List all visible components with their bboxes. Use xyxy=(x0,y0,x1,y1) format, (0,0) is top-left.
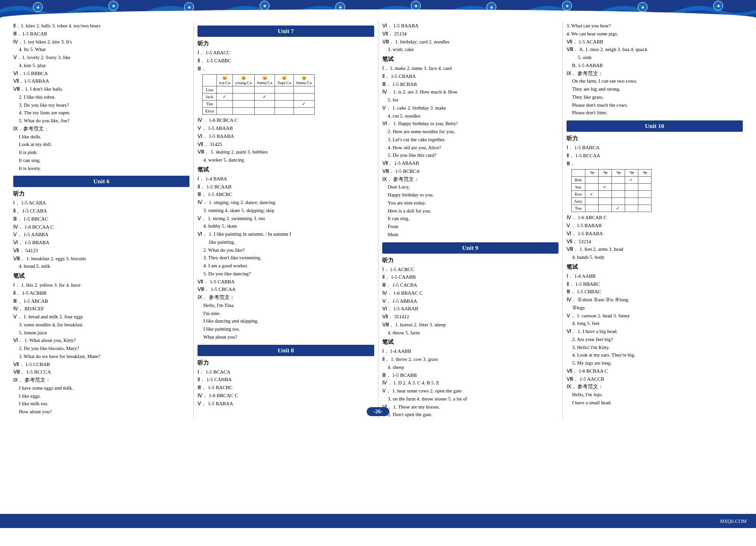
line: I have a small head. xyxy=(567,399,743,407)
line: Ⅶ．1-5 ABBAA xyxy=(13,77,189,85)
table-cell xyxy=(625,184,638,191)
line: Ⅴ． 1-5 BABAB xyxy=(567,222,743,230)
line: Ⅸ． 参考范文： xyxy=(198,294,374,301)
table-cell: Amy xyxy=(571,198,585,205)
line: Ⅴ． 1. strong 2. swimming 3. too xyxy=(198,215,374,222)
table-cell: ✓ xyxy=(216,94,232,101)
line: Ⅸ．参考范文： xyxy=(13,125,189,133)
line: I'm nine. xyxy=(198,310,374,317)
unit-6-listening: Ⅰ． 1-5 ACABA Ⅱ． 1-5 CCABA Ⅲ． 1-5 BBCAC Ⅳ… xyxy=(13,199,189,270)
line: It can sing. xyxy=(13,157,189,164)
unit-10-table: 🐄 🐄 🐄 🐄 🐄 Bob ✓ xyxy=(571,169,652,212)
line: Ⅰ． 1-4 AABB xyxy=(382,348,558,355)
line: You are nine today. xyxy=(382,199,558,207)
line: Ⅳ． 1. singing; sing 2. dance; dancing xyxy=(198,199,374,206)
line: Ⅶ． 351412 xyxy=(382,313,558,321)
line: Ⅶ． 1-6 BCBAA C xyxy=(567,367,743,375)
unit-8-writing-title: 笔试 xyxy=(382,55,558,63)
line: Ⅴ． 1. hear some cows 2. open the gate xyxy=(382,387,558,395)
line: I like eggs. xyxy=(13,392,189,400)
line: Ⅳ． 1. is 2. are 3. How much 4. How xyxy=(382,88,558,96)
line: Ⅵ． 1. I like painting in autumn. / In au… xyxy=(198,230,374,238)
unit-9-header: Unit 9 xyxy=(382,242,558,254)
table-cell xyxy=(275,86,294,94)
line: 5. What do you like, Joe? xyxy=(13,117,189,125)
line: Ⅳ． 1-6 ABCAB C xyxy=(567,214,743,222)
line: Ⅵ．1-5 BBBCA xyxy=(13,70,189,77)
line: B. 1-5 AABAB xyxy=(567,62,743,69)
line: Ⅴ． 1. bread and milk 2. four eggs xyxy=(13,313,189,321)
line: 4. I am a good worker. xyxy=(198,262,374,270)
table-cell xyxy=(254,86,275,94)
line: Ⅷ． 1. horses 2. litter 3. sheep xyxy=(382,321,558,329)
line: How about you? xyxy=(13,408,189,416)
line: 2. I like this robot. xyxy=(13,94,189,101)
line: Ⅲ． 1-5 BCBAB xyxy=(382,81,558,88)
table-cell: 🐱Supr.Ca xyxy=(275,75,294,86)
table-cell: ✓ xyxy=(611,205,625,212)
line: 3. Hello! I'm Kitty. xyxy=(567,344,743,351)
unit-9-listening-title: 听力 xyxy=(382,256,558,264)
line: Ⅸ． 参考范文： xyxy=(13,376,189,384)
table-cell xyxy=(598,191,611,198)
table-cell xyxy=(275,108,294,115)
line: Ⅱ． 1-5 CAABB xyxy=(382,273,558,281)
svg-text:★: ★ xyxy=(716,3,721,9)
unit-7-table: 🐱toy.Ca 🐱young.Ca 🐱funny.Ca 🐱Supr.Ca 🐱fu… xyxy=(202,74,315,115)
line: Ⅰ． 1. make 2. name 3. face 4. card xyxy=(382,65,558,72)
line: Ⅸ． 参考范文： xyxy=(382,176,558,183)
line: 4. long 5. feet xyxy=(567,320,743,327)
line: 5. My legs are long. xyxy=(567,359,743,367)
line: I like dancing and skipping. xyxy=(198,317,374,325)
page-number: -26- xyxy=(367,407,389,416)
line: Ⅵ． 1. I have a big head. xyxy=(567,328,743,335)
table-cell xyxy=(254,108,275,115)
line: Ⅰ． 1. this 2. yellow 3. for 4. have xyxy=(13,282,189,289)
table-cell: 🐄 xyxy=(638,170,651,177)
unit-9-writing: Ⅰ． 1-4 AABB Ⅱ． 1. throw 2. cow 3. grass … xyxy=(382,348,558,418)
svg-text:★: ★ xyxy=(641,5,645,10)
table-cell: ✓ xyxy=(598,184,611,191)
table-cell: Lisa xyxy=(203,86,217,94)
table-cell xyxy=(611,184,625,191)
table-cell xyxy=(294,86,315,94)
line: Mum xyxy=(382,231,558,239)
watermark: MXQ6.COM xyxy=(720,518,747,524)
continuation-section: Ⅱ．1. kites 2. balls 3. robot 4. toy/two … xyxy=(13,22,189,172)
table-cell xyxy=(216,108,232,115)
table-cell: 🐱funny.Ca xyxy=(294,75,315,86)
unit-10-writing: Ⅰ． 1-4 AABB Ⅱ． 1-5 BBABC Ⅲ． 1-5 CBBAC Ⅳ．… xyxy=(567,273,743,407)
line: 5. lemon juice xyxy=(13,329,189,337)
line: Ⅰ． 1-5 ACABA xyxy=(13,199,189,207)
line: Ⅷ． 1. feet 2. arms 3. head xyxy=(567,246,743,253)
line: I have some eggs and milk. xyxy=(13,384,189,392)
line: 3. They don't like swimming. xyxy=(198,254,374,262)
line: On the farm, I can see two cows. xyxy=(567,77,743,85)
line: Ⅵ． 1-5 AABAB xyxy=(382,305,558,313)
table-cell: 🐱funny.Ca xyxy=(254,75,275,86)
table-cell xyxy=(625,191,638,198)
line: 2. Do you like biscuits, Mary? xyxy=(13,345,189,352)
line: Ⅱ． 1-5 CCABA xyxy=(13,207,189,215)
table-cell xyxy=(203,75,217,86)
line: Ⅴ． 1-5 BABAA xyxy=(198,400,374,408)
line: 4. bread 5. milk xyxy=(13,263,189,270)
table-cell: ✓ xyxy=(625,177,638,184)
unit-7-writing-title: 笔试 xyxy=(198,166,374,174)
line: 4. sheep xyxy=(382,364,558,371)
line: Ⅲ． 1-5 CBBAC xyxy=(567,288,743,296)
line: Ⅳ． 1-6 BCCAA C xyxy=(13,223,189,231)
line: Here is a doll for you. xyxy=(382,207,558,215)
line: Ⅵ． 1-5 BAABA xyxy=(567,230,743,238)
line: They like grass. xyxy=(567,94,743,101)
table-cell: 🐱young.Ca xyxy=(232,75,254,86)
line: Ⅸ． 参考范文： xyxy=(567,383,743,391)
table-cell: 🐄 xyxy=(611,170,625,177)
line: Hello, I'm Tina. xyxy=(198,302,374,309)
table-cell: Sue xyxy=(571,184,585,191)
line: Ⅰ． 1-5 BAHCA xyxy=(567,144,743,152)
line: 4. throw 5. farm xyxy=(382,329,558,337)
unit-8-cont: Ⅵ． 1-5 BAABA Ⅶ． 25134 Ⅷ． 1. birthday; ca… xyxy=(382,22,558,53)
table-cell xyxy=(638,177,651,184)
table-cell: Ken xyxy=(571,191,585,198)
